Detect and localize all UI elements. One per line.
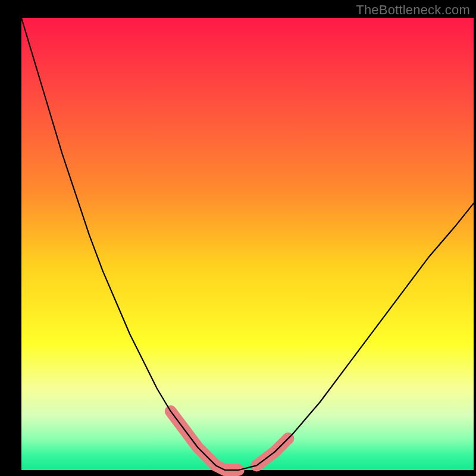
chart-frame: TheBottleneck.com <box>0 0 476 476</box>
bottleneck-chart <box>0 0 476 476</box>
plot-background <box>21 18 474 470</box>
watermark-text: TheBottleneck.com <box>356 2 470 18</box>
